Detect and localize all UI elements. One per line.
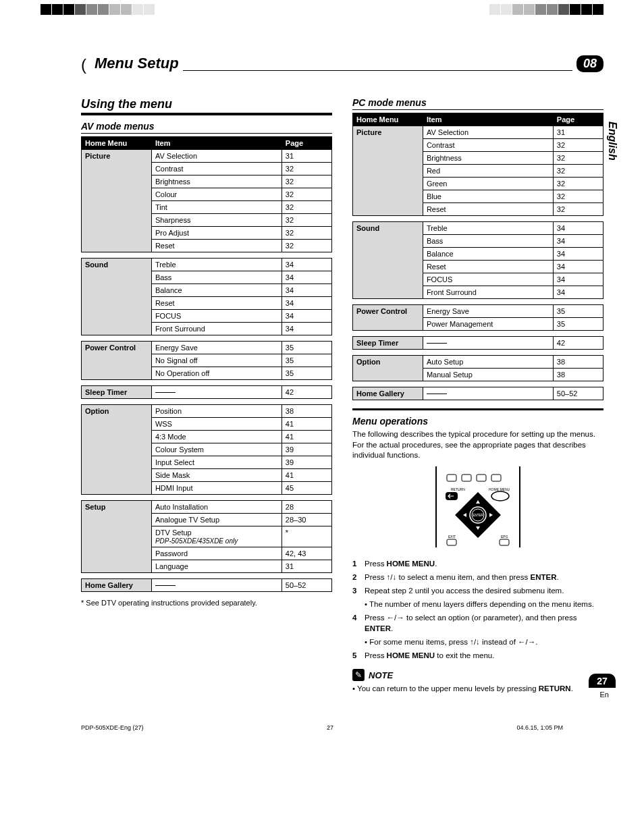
table-header: Page bbox=[553, 113, 603, 126]
page-cell: 34 bbox=[553, 248, 603, 261]
page-cell: 34 bbox=[281, 310, 331, 323]
item-cell: Pro Adjust bbox=[151, 227, 281, 240]
item-cell: AV Selection bbox=[151, 150, 281, 163]
page-cell: 32 bbox=[553, 178, 603, 190]
item-cell: Bass bbox=[151, 271, 281, 284]
step-number: 2 bbox=[352, 572, 365, 583]
chapter-title: Menu Setup bbox=[88, 55, 179, 72]
page-language-label: En bbox=[600, 691, 609, 699]
table-row: SoundTreble34 bbox=[353, 222, 603, 235]
menu-table: OptionAuto Setup38Manual Setup38 bbox=[352, 355, 603, 381]
step-row: 5Press HOME MENU to exit the menu. bbox=[352, 650, 603, 661]
home-menu-cell: Home Gallery bbox=[82, 579, 152, 592]
note-text: • You can return to the upper menu level… bbox=[352, 684, 603, 695]
table-row: PictureAV Selection31 bbox=[353, 126, 603, 139]
item-cell: Brightness bbox=[423, 152, 553, 165]
home-menu-cell: Sound bbox=[82, 259, 152, 335]
page-cell: 35 bbox=[553, 305, 603, 318]
footer-file: PDP-505XDE-Eng (27) bbox=[81, 724, 144, 731]
item-cell: Contrast bbox=[151, 163, 281, 175]
item-cell: Reset bbox=[423, 261, 553, 273]
menu-table: Home Gallery50–52 bbox=[81, 578, 332, 592]
step-text: Press ↑/↓ to select a menu item, and the… bbox=[365, 572, 603, 583]
item-cell: DTV SetupPDP-505XDE/435XDE only bbox=[151, 526, 281, 547]
item-cell: Colour System bbox=[151, 443, 281, 456]
home-menu-cell: Power Control bbox=[82, 342, 152, 380]
item-cell: Energy Save bbox=[423, 305, 553, 318]
page-cell: 50–52 bbox=[281, 579, 331, 592]
menu-table: Power ControlEnergy Save35Power Manageme… bbox=[352, 304, 603, 331]
table-row: Power ControlEnergy Save35 bbox=[82, 342, 332, 354]
home-menu-cell: Option bbox=[82, 405, 152, 495]
step-number: 5 bbox=[352, 650, 365, 661]
table-row: OptionAuto Setup38 bbox=[353, 356, 603, 369]
page-cell: 32 bbox=[553, 152, 603, 165]
step-number: 4 bbox=[352, 612, 365, 634]
remote-control-figure: RETURN HOME MENU ENTER bbox=[352, 466, 603, 550]
step-text: Repeat step 2 until you access the desir… bbox=[365, 585, 603, 596]
table-row: Power ControlEnergy Save35 bbox=[353, 305, 603, 318]
page-cell: 41 bbox=[281, 469, 331, 482]
item-cell: Language bbox=[151, 560, 281, 573]
step-text: Press HOME MENU. bbox=[365, 558, 603, 569]
item-cell: Energy Save bbox=[151, 342, 281, 354]
menu-table: Home Gallery50–52 bbox=[352, 387, 603, 400]
page-cell: 34 bbox=[281, 271, 331, 284]
table-row: PictureAV Selection31 bbox=[82, 150, 332, 163]
step-row: 3Repeat step 2 until you access the desi… bbox=[352, 585, 603, 596]
remote-enter-label: ENTER bbox=[473, 514, 483, 517]
right-column: PC mode menus Home MenuItemPagePictureAV… bbox=[352, 97, 603, 695]
menu-table: Home MenuItemPagePictureAV Selection31Co… bbox=[81, 136, 332, 252]
svg-rect-11 bbox=[447, 539, 456, 545]
item-cell: Input Select bbox=[151, 456, 281, 469]
footer-page: 27 bbox=[327, 724, 333, 731]
item-cell: Bass bbox=[423, 235, 553, 248]
table-header: Home Menu bbox=[82, 137, 152, 150]
page-cell: 32 bbox=[281, 240, 331, 252]
home-menu-cell: Option bbox=[353, 356, 423, 381]
menu-operations-intro: The following describes the typical proc… bbox=[352, 429, 603, 461]
page-cell: 38 bbox=[281, 405, 331, 418]
page-cell: 28–30 bbox=[281, 514, 331, 526]
home-menu-cell: Home Gallery bbox=[353, 387, 423, 400]
page-cell: 35 bbox=[281, 367, 331, 380]
item-cell: AV Selection bbox=[423, 126, 553, 139]
home-menu-cell: Sleep Timer bbox=[353, 337, 423, 350]
remote-exit-label: EXIT bbox=[448, 535, 456, 539]
step-text: Press HOME MENU to exit the menu. bbox=[365, 650, 603, 661]
home-menu-cell: Picture bbox=[353, 126, 423, 216]
page-cell: 32 bbox=[281, 188, 331, 201]
table-row: Sleep Timer42 bbox=[82, 386, 332, 399]
table-header: Item bbox=[151, 137, 281, 150]
home-menu-cell: Power Control bbox=[353, 305, 423, 331]
step-sub-bullet: • For some menu items, press ↑/↓ instead… bbox=[365, 637, 603, 647]
left-column: Using the menu AV mode menus Home MenuIt… bbox=[81, 97, 332, 695]
page-cell: 39 bbox=[281, 456, 331, 469]
item-cell: Green bbox=[423, 178, 553, 190]
item-cell: Blue bbox=[423, 190, 553, 203]
menu-table: OptionPosition38WSS414:3 Mode41Colour Sy… bbox=[81, 404, 332, 495]
page-cell: 38 bbox=[553, 369, 603, 381]
table-row: Home Gallery50–52 bbox=[82, 579, 332, 592]
page-cell: 41 bbox=[281, 418, 331, 431]
table-row: Home Gallery50–52 bbox=[353, 387, 603, 400]
menu-table: Home MenuItemPagePictureAV Selection31Co… bbox=[352, 113, 603, 216]
page-cell: 42, 43 bbox=[281, 547, 331, 560]
footer-timestamp: 04.6.15, 1:05 PM bbox=[516, 724, 563, 731]
page-cell: 34 bbox=[281, 259, 331, 271]
home-menu-cell: Sleep Timer bbox=[82, 386, 152, 399]
language-tab: English bbox=[606, 121, 618, 161]
item-cell: Brightness bbox=[151, 175, 281, 188]
step-number: 3 bbox=[352, 585, 365, 596]
chapter-header: ( Menu Setup 08 bbox=[81, 54, 603, 73]
item-cell bbox=[151, 579, 281, 592]
item-cell: Auto Installation bbox=[151, 501, 281, 514]
item-cell: Balance bbox=[423, 248, 553, 261]
page-cell: 39 bbox=[281, 443, 331, 456]
chapter-paren-icon: ( bbox=[81, 55, 86, 74]
page-cell: 32 bbox=[553, 139, 603, 152]
item-cell: Reset bbox=[423, 203, 553, 216]
item-cell: HDMI Input bbox=[151, 482, 281, 495]
item-cell: Colour bbox=[151, 188, 281, 201]
table-header: Item bbox=[423, 113, 553, 126]
